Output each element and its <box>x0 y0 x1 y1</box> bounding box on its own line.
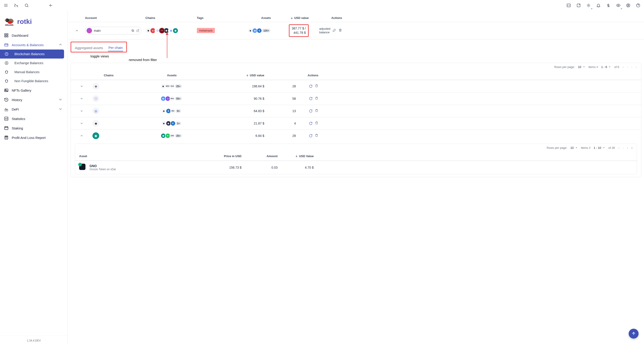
sidebar-item-accounts[interactable]: Accounts & Balances <box>0 40 67 49</box>
svg-rect-14 <box>7 34 8 35</box>
next-page-icon[interactable]: › <box>631 65 632 69</box>
page-range-select[interactable]: 1 - 10 <box>594 146 605 150</box>
sidebar-item-label: Accounts & Balances <box>12 43 44 47</box>
bell-icon[interactable] <box>595 2 602 8</box>
asset-icon: OLE <box>170 84 175 89</box>
back-icon[interactable] <box>48 2 54 8</box>
per-chain-panel: Rows per page: 10 Items # 1 - 6 of 6 « ‹… <box>70 63 641 177</box>
last-page-icon[interactable]: » <box>631 146 633 150</box>
sidebar-sub-exchange[interactable]: Exchange Balances <box>0 58 67 68</box>
rows-per-page-select[interactable]: 10 <box>570 146 578 150</box>
action-count: 28 <box>292 84 296 88</box>
sidebar-item-staking[interactable]: Staking <box>0 123 67 133</box>
next-page-icon[interactable]: › <box>627 146 628 150</box>
expand-icon[interactable] <box>75 97 88 100</box>
first-page-icon[interactable]: « <box>622 65 624 69</box>
search-icon[interactable] <box>24 2 30 8</box>
expand-icon[interactable] <box>75 109 88 113</box>
edit-icon[interactable] <box>332 28 336 33</box>
chain-gnosis-icon: ◉ <box>92 132 99 139</box>
copy-icon[interactable] <box>131 29 134 32</box>
main-content: Account Chains Tags Assets USD value Act… <box>68 11 644 344</box>
col-usd[interactable]: USD value <box>290 16 309 19</box>
theme-icon[interactable] <box>585 2 592 8</box>
external-link-icon[interactable] <box>136 29 139 32</box>
sidebar-item-nfts[interactable]: NFTs Gallery <box>0 86 67 95</box>
sidebar-sub-blockchain[interactable]: Blockchain Balances <box>0 49 64 58</box>
sidebar-item-statistics[interactable]: Statistics <box>0 114 67 123</box>
code-icon[interactable] <box>566 2 572 8</box>
first-page-icon[interactable]: « <box>618 146 620 150</box>
tab-aggregated[interactable]: Aggregated assets <box>74 45 104 51</box>
eye-icon[interactable] <box>615 2 622 8</box>
delete-icon[interactable] <box>315 121 318 125</box>
sidebar-item-defi[interactable]: DeFi <box>0 104 67 114</box>
refresh-icon[interactable] <box>309 97 312 100</box>
adjusted-balance-label: adjustedbalance <box>319 27 330 34</box>
note-icon[interactable] <box>576 2 582 8</box>
pagination-nested: Rows per page: 10 Items # 1 - 10 of 28 «… <box>75 144 637 152</box>
usd-value: 64.83 $ <box>254 109 264 113</box>
delete-icon[interactable] <box>315 96 318 101</box>
dollar-icon[interactable] <box>605 2 612 8</box>
refresh-icon[interactable] <box>309 84 312 88</box>
refresh-icon[interactable] <box>309 109 312 113</box>
chain-ethereum-icon: ◆ <box>92 83 99 90</box>
chain-row: ◆ ◆ ◆ $ 1+ 21.87 $ 4 <box>71 117 641 130</box>
sidebar-item-dashboard[interactable]: Dashboard <box>0 31 67 40</box>
cloud-off-icon[interactable] <box>13 2 20 8</box>
view-tabs-highlight: Aggregated assets Per chain <box>70 42 127 52</box>
col-tags: Tags <box>197 16 226 19</box>
account-chip[interactable]: main <box>85 27 142 34</box>
col-amount: Amount <box>266 155 278 158</box>
delete-icon[interactable] <box>338 28 342 33</box>
help-icon[interactable] <box>635 2 641 8</box>
user-icon[interactable] <box>625 2 631 8</box>
delete-icon[interactable] <box>315 84 318 88</box>
page-range-select[interactable]: 1 - 6 <box>601 65 611 69</box>
rows-per-page-select[interactable]: 10 <box>578 65 585 69</box>
sidebar-item-history[interactable]: History <box>0 95 67 104</box>
delete-icon[interactable] <box>315 134 318 138</box>
chain-optimism-icon[interactable]: OP <box>159 28 165 33</box>
collapse-icon[interactable] <box>70 29 83 33</box>
prev-page-icon[interactable]: ‹ <box>627 65 628 69</box>
prev-page-icon[interactable]: ‹ <box>623 146 624 150</box>
menu-icon[interactable] <box>3 2 9 8</box>
col-actions: Actions <box>308 74 318 77</box>
col-usd[interactable]: USD value <box>246 74 264 77</box>
pagination-top: Rows per page: 10 Items # 1 - 6 of 6 « ‹… <box>71 63 641 71</box>
col-chains: Chains <box>146 16 195 19</box>
asset-icon: $ <box>170 121 176 126</box>
delete-icon[interactable] <box>315 109 318 113</box>
asset-table-header: Asset Price in USD Amount USD Value <box>75 152 637 161</box>
col-asset: Asset <box>79 155 196 158</box>
refresh-icon[interactable] <box>309 122 312 125</box>
action-count: 4 <box>294 122 296 125</box>
svg-rect-26 <box>132 30 134 32</box>
account-name: main <box>94 29 130 32</box>
avatar <box>86 28 92 33</box>
expand-icon[interactable] <box>75 122 88 125</box>
collapse-icon[interactable] <box>75 134 88 138</box>
svg-rect-25 <box>6 137 7 137</box>
asset-more-badge: 55+ <box>174 96 182 101</box>
asset-amount: 0.03 <box>272 166 278 169</box>
svg-rect-27 <box>132 29 133 31</box>
tab-per-chain[interactable]: Per chain <box>108 44 123 51</box>
topbar <box>0 0 644 11</box>
chain-gnosis-icon[interactable]: ◉ <box>172 28 178 33</box>
refresh-icon[interactable] <box>309 134 312 138</box>
chain-arbitrum-icon: ◆ <box>92 120 99 127</box>
sidebar-sub-manual[interactable]: Manual Balances <box>0 68 67 77</box>
scroll-top-button[interactable] <box>629 329 638 339</box>
sidebar-item-pnl[interactable]: Profit And Loss Report <box>0 133 67 142</box>
last-page-icon[interactable]: » <box>636 65 637 69</box>
expand-icon[interactable] <box>75 84 88 88</box>
assets-more-badge: 125+ <box>262 28 271 33</box>
sidebar-sub-label: Non Fungible Balances <box>14 79 48 83</box>
sidebar-sub-nft[interactable]: Non Fungible Balances <box>0 77 67 86</box>
chain-row: ◆ ◆ MOC OLE 25+ 198.64 $ 28 <box>71 80 641 92</box>
action-count: 58 <box>292 97 296 100</box>
col-usd-value[interactable]: USD Value <box>295 155 314 158</box>
